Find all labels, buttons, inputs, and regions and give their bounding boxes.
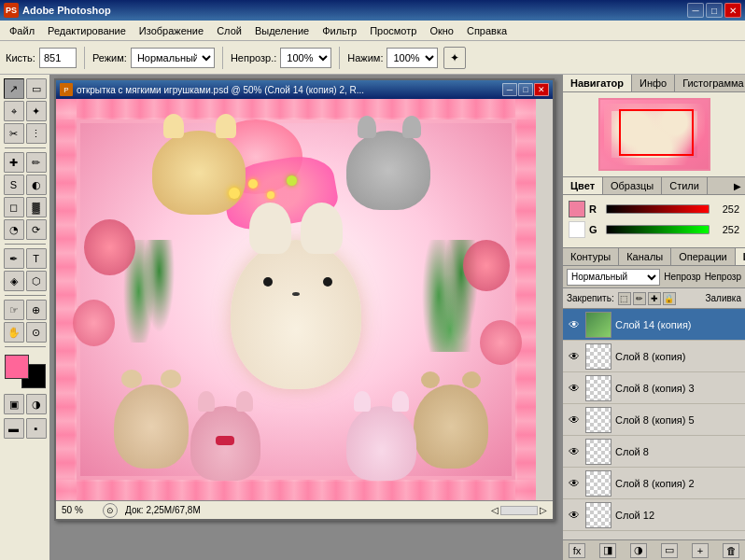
scroll-left-btn[interactable]: ◁ — [491, 505, 499, 515]
lock-pixels-btn[interactable]: ✏ — [633, 292, 646, 305]
pressure-select[interactable]: 100% — [387, 48, 438, 68]
stamp-tool-btn[interactable]: S — [4, 175, 24, 195]
foreground-color-swatch[interactable] — [5, 355, 29, 379]
tab-histogram[interactable]: Гистограмма — [675, 75, 745, 91]
layer-group-btn[interactable]: ▭ — [661, 543, 678, 558]
menu-menu-help[interactable]: Справка — [461, 23, 513, 38]
tab-paths[interactable]: Контуры — [563, 248, 619, 265]
layers-blend-mode-select[interactable]: Нормальный — [567, 269, 660, 286]
layer-mask-btn[interactable]: ◨ — [599, 543, 616, 558]
layer-adj-btn[interactable]: ◑ — [630, 543, 647, 558]
toolbox-sep-2 — [5, 244, 46, 245]
rose-left-2 — [73, 300, 115, 346]
doc-maximize-btn[interactable]: □ — [518, 83, 533, 96]
tab-swatches[interactable]: Образцы — [603, 177, 662, 194]
layer-item-4[interactable]: 👁Слой 8 — [563, 436, 745, 468]
g-slider[interactable] — [606, 225, 710, 234]
menu-menu-edit[interactable]: Редактирование — [42, 23, 132, 38]
menu-menu-window[interactable]: Окно — [424, 23, 459, 38]
layer-visibility-1[interactable]: 👁 — [567, 349, 582, 364]
tab-color[interactable]: Цвет — [563, 177, 603, 194]
layer-visibility-4[interactable]: 👁 — [567, 444, 582, 459]
slice-tool-btn[interactable]: ⋮ — [26, 123, 47, 144]
eraser-tool-btn[interactable]: ◻ — [4, 197, 24, 217]
notes-tool-btn[interactable]: ☞ — [4, 300, 24, 320]
history-brush-btn[interactable]: ◐ — [26, 175, 47, 195]
dodge-tool-btn[interactable]: ⟳ — [26, 219, 47, 240]
quick-mask-btn[interactable]: ◑ — [26, 394, 47, 414]
tab-history[interactable]: История — [736, 248, 745, 265]
new-layer-btn[interactable]: + — [692, 543, 709, 558]
tab-actions[interactable]: Операции — [671, 248, 735, 265]
layer-item-1[interactable]: 👁Слой 8 (копия) — [563, 341, 745, 372]
background-swatch-small[interactable] — [569, 221, 585, 238]
foreground-swatch-small[interactable] — [569, 201, 585, 217]
close-button[interactable]: ✕ — [724, 3, 741, 18]
document-canvas[interactable] — [56, 99, 536, 500]
maximize-button[interactable]: □ — [706, 3, 723, 18]
layer-visibility-5[interactable]: 👁 — [567, 476, 582, 491]
lock-all-btn[interactable]: 🔒 — [663, 292, 676, 305]
tab-info[interactable]: Инфо — [632, 75, 675, 91]
lock-position-btn[interactable]: ⬚ — [618, 292, 631, 305]
menu-menu-file[interactable]: Файл — [4, 23, 40, 38]
delete-layer-btn[interactable]: 🗑 — [723, 543, 739, 558]
scroll-track[interactable] — [500, 506, 538, 515]
zoom-tool-btn[interactable]: ⊙ — [26, 322, 47, 343]
minimize-button[interactable]: ─ — [687, 3, 704, 18]
g-label: G — [589, 224, 602, 235]
lasso-tool-btn[interactable]: ⌖ — [4, 101, 24, 121]
crop-tool-btn[interactable]: ✂ — [4, 123, 24, 144]
blur-tool-btn[interactable]: ◔ — [4, 219, 24, 240]
layers-opacity-label: Непрозр — [664, 272, 700, 282]
move-tool-btn[interactable]: ↗ — [4, 78, 24, 99]
screen-mode2-btn[interactable]: ▪ — [26, 418, 47, 439]
menu-menu-view[interactable]: Просмотр — [364, 23, 422, 38]
lock-move-btn[interactable]: ✚ — [648, 292, 661, 305]
layer-visibility-6[interactable]: 👁 — [567, 508, 582, 523]
tab-channels[interactable]: Каналы — [619, 248, 671, 265]
scroll-right-btn[interactable]: ▷ — [540, 505, 547, 515]
menu-menu-layer[interactable]: Слой — [211, 23, 247, 38]
shape-tool-btn[interactable]: ⬡ — [26, 271, 47, 291]
opacity-select[interactable]: 100% — [280, 48, 331, 68]
marquee-tool-btn[interactable]: ▭ — [26, 78, 47, 99]
magic-wand-btn[interactable]: ✦ — [26, 101, 47, 121]
layer-visibility-0[interactable]: 👁 — [567, 317, 582, 332]
layer-item-6[interactable]: 👁Слой 12 — [563, 499, 745, 531]
layers-opacity-value: Непрозр — [705, 272, 741, 282]
lock-icons: ⬚ ✏ ✚ 🔒 — [618, 292, 676, 305]
menu-menu-filter[interactable]: Фильтр — [316, 23, 362, 38]
doc-minimize-btn[interactable]: ─ — [502, 83, 517, 96]
layer-visibility-2[interactable]: 👁 — [567, 381, 582, 396]
blend-mode-select[interactable]: Нормальный — [131, 48, 215, 68]
layer-item-0[interactable]: 👁Слой 14 (копия) — [563, 309, 745, 341]
eyedropper-btn[interactable]: ⊕ — [26, 300, 47, 320]
doc-close-btn[interactable]: ✕ — [534, 83, 549, 96]
layer-fx-btn[interactable]: fx — [569, 543, 585, 558]
brush-tool-btn[interactable]: ✏ — [26, 152, 47, 173]
brush-size-input[interactable] — [39, 48, 77, 68]
healing-brush-btn[interactable]: ✚ — [4, 152, 24, 173]
layer-item-3[interactable]: 👁Слой 8 (копия) 5 — [563, 404, 745, 436]
pen-tool-btn[interactable]: ✒ — [4, 248, 24, 269]
airbrush-button[interactable]: ✦ — [443, 47, 466, 69]
gradient-tool-btn[interactable]: ▓ — [26, 197, 47, 217]
r-slider[interactable] — [606, 204, 710, 214]
zoom-icon[interactable]: ⊙ — [103, 503, 118, 518]
hand-tool-btn[interactable]: ✋ — [4, 322, 24, 343]
menu-menu-select[interactable]: Выделение — [249, 23, 315, 38]
layer-item-5[interactable]: 👁Слой 8 (копия) 2 — [563, 468, 745, 499]
tab-navigator[interactable]: Навигатор — [563, 75, 632, 91]
type-tool-btn[interactable]: T — [26, 248, 47, 269]
layer-item-2[interactable]: 👁Слой 8 (копия) 3 — [563, 372, 745, 404]
path-tool-btn[interactable]: ◈ — [4, 271, 24, 291]
tab-styles[interactable]: Стили — [662, 177, 708, 194]
screen-mode-btn[interactable]: ▬ — [4, 418, 24, 439]
menu-menu-image[interactable]: Изображение — [134, 23, 209, 38]
toy-cat-right — [346, 406, 416, 481]
navigator-viewport-rect[interactable] — [619, 109, 694, 156]
layer-visibility-3[interactable]: 👁 — [567, 413, 582, 427]
standard-mode-btn[interactable]: ▣ — [4, 394, 24, 414]
color-panel-menu-btn[interactable]: ▶ — [730, 177, 745, 194]
